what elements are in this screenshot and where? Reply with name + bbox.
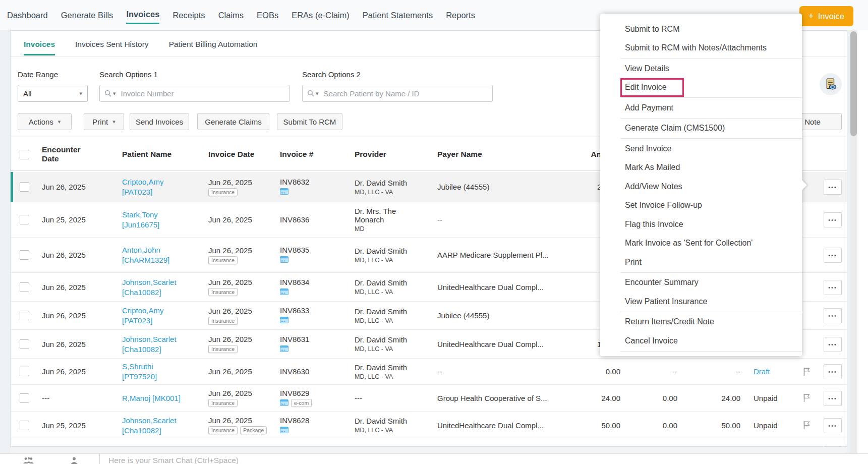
patient-name-link[interactable]: Anton,John <box>122 246 205 254</box>
menu-item-print[interactable]: Print <box>600 253 802 272</box>
menu-item-mark-as-mailed[interactable]: Mark As Mailed <box>600 158 802 178</box>
print-button[interactable]: Print ▾ <box>84 113 124 130</box>
menu-item-mark-invoice-as-sent-for-collection[interactable]: Mark Invoice as 'Sent for Collection' <box>600 234 802 253</box>
send-invoices-button[interactable]: Send Invoices <box>130 113 189 130</box>
row-actions-button[interactable]: ••• <box>824 180 842 195</box>
status-value[interactable]: Draft <box>754 367 801 376</box>
flag-icon[interactable] <box>801 359 812 384</box>
patient-name-link[interactable]: Johnson,Scarlet <box>122 278 205 286</box>
row-actions-button[interactable]: ••• <box>824 212 842 227</box>
menu-item-submit-to-rcm[interactable]: Submit to RCM <box>600 20 802 39</box>
row-checkbox[interactable] <box>20 215 29 224</box>
menu-item-encounter-summary[interactable]: Encounter Summary <box>600 273 802 293</box>
patient-id-link[interactable]: [Cha10082] <box>122 345 205 354</box>
nav-item-generate-bills[interactable]: Generate Bills <box>61 8 113 23</box>
nav-item-eobs[interactable]: EOBs <box>257 8 278 23</box>
row-checkbox[interactable] <box>20 421 29 430</box>
menu-item-set-invoice-follow-up[interactable]: Set Invoice Follow-up <box>600 196 802 215</box>
patient-id-link[interactable]: [Cha10082] <box>122 288 205 297</box>
generate-claims-button[interactable]: Generate Claims <box>197 113 269 130</box>
patient-name-link[interactable]: Johnson,Scarlet <box>122 335 205 343</box>
invoice-date-badges: Insurance <box>208 256 276 264</box>
invoice-number-search[interactable]: ▾ <box>99 85 290 102</box>
row-actions-button[interactable]: ••• <box>824 280 842 295</box>
vertical-scrollbar-thumb[interactable] <box>850 31 857 136</box>
tab-invoices-sent-history[interactable]: Invoices Sent History <box>75 32 149 55</box>
patient-id-link[interactable]: [PAT023] <box>122 188 205 196</box>
smart-chat-input[interactable] <box>107 455 493 464</box>
menu-item-view-details[interactable]: View Details <box>600 59 802 78</box>
date-range-select[interactable]: All ▾ <box>18 85 88 102</box>
nav-item-claims[interactable]: Claims <box>218 8 244 23</box>
row-actions-button[interactable]: ••• <box>824 446 842 447</box>
menu-item-view-patient-insurance[interactable]: View Patient Insurance <box>600 292 802 311</box>
menu-item-edit-invoice[interactable]: Edit Invoice <box>600 78 802 97</box>
invoice-number-input[interactable] <box>120 89 285 98</box>
menu-item-generate-claim-cms1500[interactable]: Generate Claim (CMS1500) <box>600 119 802 138</box>
row-actions-button[interactable]: ••• <box>824 364 842 379</box>
provider-cell: Dr. David SmithMD, LLC - VA <box>355 273 415 301</box>
nav-item-dashboard[interactable]: Dashboard <box>7 8 48 23</box>
row-actions-button[interactable]: ••• <box>824 248 842 263</box>
patient-id-link[interactable]: [Cha10082] <box>122 426 205 435</box>
nav-item-reports[interactable]: Reports <box>446 8 475 23</box>
patient-name-link[interactable]: Johnson,Scarlet <box>122 416 205 425</box>
amount-cell <box>570 439 620 447</box>
horizontal-scroll-strip[interactable] <box>10 447 847 453</box>
row-actions-button[interactable]: ••• <box>824 337 842 352</box>
row-checkbox[interactable] <box>20 367 29 376</box>
menu-item-send-invoice[interactable]: Send Invoice <box>600 139 802 158</box>
row-checkbox[interactable] <box>20 182 29 192</box>
patient-id-link[interactable]: [Jun16675] <box>122 220 205 229</box>
balance-value: 50.00 <box>721 421 740 430</box>
row-checkbox[interactable] <box>20 282 29 292</box>
patient-name-link[interactable]: Stark,Tony <box>122 210 205 219</box>
person-icon <box>71 457 78 464</box>
invoice-date-badges: InsurancePackage <box>208 426 276 434</box>
flag-icon[interactable] <box>801 385 812 411</box>
nav-item-receipts[interactable]: Receipts <box>172 8 205 23</box>
patient-name-link[interactable]: S,Shruthi <box>122 362 205 371</box>
patient-name-link[interactable]: R,Manoj [MK001] <box>122 394 205 402</box>
invoice-number-cell: INV8631 <box>280 330 351 358</box>
row-actions-button[interactable]: ••• <box>824 308 842 323</box>
row-checkbox[interactable] <box>20 311 29 320</box>
row-select-cell <box>20 330 32 358</box>
row-checkbox[interactable] <box>20 393 29 403</box>
paid-value: 0.00 <box>663 394 677 402</box>
menu-item-add-view-notes[interactable]: Add/View Notes <box>600 177 802 196</box>
menu-item-flag-this-invoice[interactable]: Flag this Invoice <box>600 215 802 234</box>
patient-id-link[interactable]: [PT97520] <box>122 372 205 381</box>
patient-search[interactable]: ▾ <box>302 85 493 102</box>
menu-item-cancel-invoice[interactable]: Cancel Invoice <box>600 331 802 351</box>
nav-item-invoices[interactable]: Invoices <box>126 7 159 24</box>
nav-item-patient-statements[interactable]: Patient Statements <box>363 8 433 23</box>
menu-item-submit-to-rcm-with-notes-attachments[interactable]: Submit to RCM with Notes/Attachments <box>600 39 802 58</box>
row-actions-button[interactable]: ••• <box>824 418 842 433</box>
badge-insurance: Insurance <box>208 345 238 353</box>
select-all-checkbox[interactable] <box>20 150 29 159</box>
flag-icon[interactable] <box>801 412 812 439</box>
row-checkbox[interactable] <box>20 250 29 260</box>
tab-invoices[interactable]: Invoices <box>24 32 55 55</box>
new-invoice-button[interactable]: + Invoice <box>799 6 853 26</box>
patient-id-link[interactable]: [PAT023] <box>122 316 205 325</box>
actions-button[interactable]: Actions ▾ <box>18 113 72 130</box>
tab-patient-billing-automation[interactable]: Patient Billing Automation <box>169 32 258 55</box>
menu-item-add-payment[interactable]: Add Payment <box>600 98 802 118</box>
select-all-cell <box>20 137 32 171</box>
nav-item-eras-e-claim-[interactable]: ERAs (e-Claim) <box>292 8 350 23</box>
row-actions-button[interactable]: ••• <box>824 391 842 406</box>
patient-name-link[interactable]: Criptoo,Amy <box>122 178 205 186</box>
invoice-date: Jun 26, 2025 <box>208 335 276 343</box>
invoice-number: INV8634 <box>280 278 351 286</box>
patient-id-link[interactable]: [ChARM1329] <box>122 256 205 264</box>
smart-chat-bar <box>0 453 868 464</box>
row-checkbox[interactable] <box>20 339 29 349</box>
menu-item-return-items-credit-note[interactable]: Return Items/Credit Note <box>600 313 802 332</box>
date-range-value: All <box>23 89 32 98</box>
view-notes-button[interactable] <box>820 73 842 95</box>
patient-search-input[interactable] <box>323 89 488 98</box>
submit-to-rcm-button[interactable]: Submit To RCM <box>277 113 342 130</box>
patient-name-link[interactable]: Criptoo,Amy <box>122 306 205 315</box>
